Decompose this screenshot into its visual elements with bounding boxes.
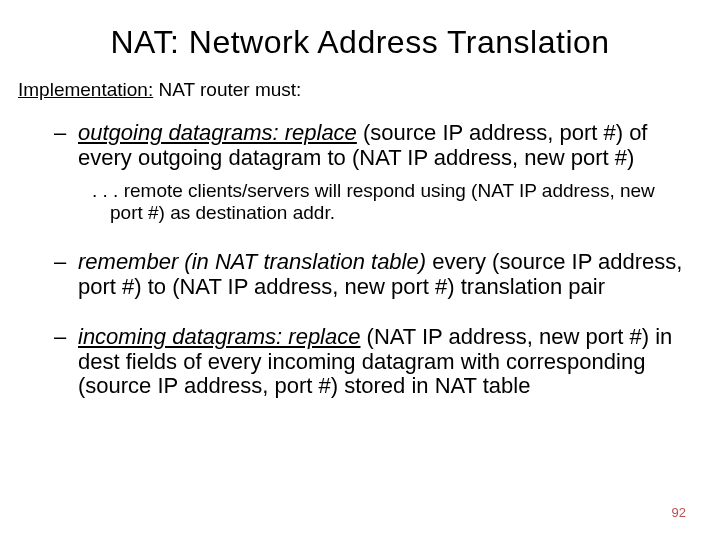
implementation-line: Implementation: NAT router must: xyxy=(18,79,684,101)
implementation-rest: NAT router must: xyxy=(153,79,301,100)
page-number: 92 xyxy=(672,505,686,520)
bullet-lead: incoming datagrams: replace xyxy=(78,324,360,349)
bullet-item: remember (in NAT translation table) ever… xyxy=(60,250,684,299)
bullet-list: outgoing datagrams: replace (source IP a… xyxy=(36,121,684,399)
bullet-subnote: . . . remote clients/servers will respon… xyxy=(92,180,684,224)
bullet-item: incoming datagrams: replace (NAT IP addr… xyxy=(60,325,684,399)
bullet-item: outgoing datagrams: replace (source IP a… xyxy=(60,121,684,224)
bullet-lead: remember (in NAT translation table) xyxy=(78,249,426,274)
slide: NAT: Network Address Translation Impleme… xyxy=(0,0,720,540)
implementation-underlined: Implementation: xyxy=(18,79,153,100)
bullet-lead: outgoing datagrams: replace xyxy=(78,120,357,145)
slide-title: NAT: Network Address Translation xyxy=(36,24,684,61)
